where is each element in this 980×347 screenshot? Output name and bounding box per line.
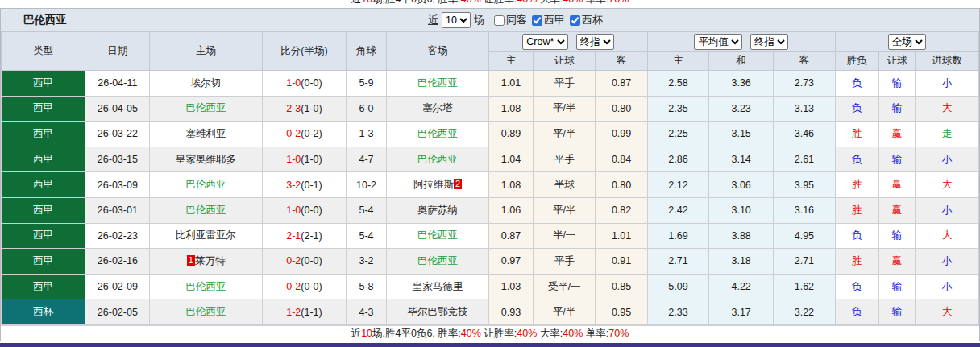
result-winloss-cell: 负 [835,71,879,97]
match-row: 西甲26-03-09巴伦西亚3-2(0-1)10-2阿拉维斯21.08半球0.8… [2,172,979,198]
league-label: 西甲 [544,13,565,27]
cup-checkbox[interactable] [570,15,580,26]
away-team-cell: 毕尔巴鄂竞技 [386,299,488,325]
corners-cell: 10-2 [347,172,387,198]
match-date-cell: 26-04-11 [85,71,150,97]
match-row: 西甲26-02-161莱万特0-2(0-0)3-2巴伦西亚0.97平手0.912… [2,249,979,275]
panel-titlebar: 巴伦西亚 近 10 场 同客 西甲 西杯 [1,9,979,31]
avg-away-cell: 3.95 [774,172,835,198]
cup-option[interactable]: 西杯 [570,13,603,27]
average-select[interactable]: 平均值 [694,34,742,50]
match-row: 西甲26-02-09巴伦西亚0-2(0-0)5-8皇家马德里1.03受半/一0.… [2,274,979,299]
result-handicap-cell: 赢 [879,249,916,275]
league-type-cell: 西甲 [2,96,85,122]
league-option[interactable]: 西甲 [532,13,565,27]
home-team-cell: 1莱万特 [150,249,262,275]
result-handicap-cell: 输 [879,71,916,97]
match-date-cell: 26-02-23 [85,223,150,249]
home-team-cell: 巴伦西亚 [150,274,262,299]
away-team-cell: 奥萨苏纳 [386,197,488,223]
final-odds-select-a[interactable]: 终指 [576,34,614,50]
same-away-checkbox[interactable] [494,15,505,26]
away-team-cell: 巴伦西亚 [386,122,488,147]
away-team-cell: 皇家马德里 [386,274,488,299]
result-goals-cell: 小 [916,147,979,172]
avg-draw-cell: 3.88 [709,223,774,249]
col-header-odds-away: 客 [596,52,647,71]
result-handicap-cell: 赢 [879,172,916,198]
col-header-odds-home: 主 [489,52,534,71]
result-goals-cell: 走 [916,122,979,147]
match-date-cell: 26-03-22 [85,122,150,147]
avg-away-cell: 2.71 [774,249,835,275]
avg-away-cell: 4.95 [774,223,835,249]
avg-draw-cell: 3.18 [709,249,774,275]
corners-cell: 4-7 [347,147,387,172]
result-winloss-cell: 胜 [835,197,879,223]
league-type-cell: 西甲 [2,71,85,97]
avg-draw-cell: 3.14 [709,147,774,172]
away-team-cell: 巴伦西亚 [386,147,488,172]
corners-cell: 5-4 [347,223,387,249]
result-goals-cell: 大 [916,223,979,249]
match-row: 西甲26-03-15皇家奥维耶多1-0(1-0)4-7巴伦西亚1.04平手0.8… [2,147,979,172]
avg-draw-cell: 3.17 [709,299,774,325]
avg-away-cell: 1.62 [774,274,835,299]
league-type-cell: 西甲 [2,197,85,223]
col-header-winloss: 胜负 [835,52,879,71]
avg-draw-cell: 3.23 [709,96,774,122]
avg-draw-cell: 3.10 [709,197,774,223]
bottom-divider-bar [0,343,980,347]
odds-handicap-cell: 平/半 [533,122,596,147]
same-away-option[interactable]: 同客 [494,13,527,27]
corners-cell: 4-3 [347,299,387,325]
match-row: 西甲26-04-11埃尔切1-0(0-0)5-9巴伦西亚1.01平手0.872.… [2,71,979,97]
away-team-cell: 巴伦西亚 [386,249,488,275]
avg-home-cell: 2.35 [647,96,708,122]
near-link[interactable]: 近 [428,13,438,27]
result-winloss-cell: 负 [835,147,879,172]
score-cell: 2-3(1-0) [262,96,346,122]
score-cell: 3-2(0-1) [262,172,346,198]
match-count-select[interactable]: 10 [442,12,471,28]
result-winloss-cell: 胜 [835,249,879,275]
score-cell: 0-2(0-2) [262,122,346,147]
final-odds-select-b[interactable]: 终指 [750,34,788,50]
score-cell: 1-0(0-0) [262,197,346,223]
odds-away-cell: 0.85 [596,274,647,299]
league-checkbox[interactable] [532,15,542,26]
away-team-cell: 巴伦西亚 [386,223,488,249]
avg-home-cell: 1.69 [647,223,708,249]
avg-home-cell: 2.42 [647,197,708,223]
home-team-cell: 比利亚雷亚尔 [150,223,262,249]
corners-cell: 5-4 [347,197,387,223]
match-row: 西甲26-04-05巴伦西亚2-3(1-0)6-0塞尔塔1.08平/半0.802… [2,96,979,122]
corners-cell: 5-8 [347,274,387,299]
avg-draw-cell: 3.06 [709,172,774,198]
scope-select[interactable]: 全场 [888,34,926,50]
matches-table: 类型 日期 主场 比分(半场) 角球 客场 Crow* 终指 平均值 终指 全场 [1,31,979,325]
avg-away-cell: 3.22 [774,299,835,325]
odds-home-cell: 1.08 [489,172,534,198]
result-goals-cell: 小 [916,71,979,97]
odds-handicap-cell: 平手 [533,147,596,172]
odds-away-cell: 0.80 [596,96,647,122]
avg-away-cell: 2.73 [774,71,835,97]
col-header-type: 类型 [2,32,85,71]
history-panel: 巴伦西亚 近 10 场 同客 西甲 西杯 [0,8,980,341]
col-header-home: 主场 [150,32,262,71]
odds-handicap-cell: 受半/一 [533,274,596,299]
odds-home-cell: 0.93 [489,299,534,325]
home-team-cell: 巴伦西亚 [150,96,262,122]
rank-badge: 2 [454,179,462,189]
match-row: 西甲26-03-22塞维利亚0-2(0-2)1-3巴伦西亚0.89平/半0.99… [2,122,979,147]
match-date-cell: 26-03-09 [85,172,150,198]
bookmaker-select[interactable]: Crow* [522,34,568,50]
result-handicap-cell: 赢 [879,122,916,147]
score-cell: 1-0(1-0) [262,147,346,172]
result-goals-cell: 大 [916,96,979,122]
result-handicap-cell: 输 [879,223,916,249]
team-title: 巴伦西亚 [1,13,67,27]
score-cell: 2-1(2-1) [262,223,346,249]
avg-home-cell: 2.71 [647,249,708,275]
